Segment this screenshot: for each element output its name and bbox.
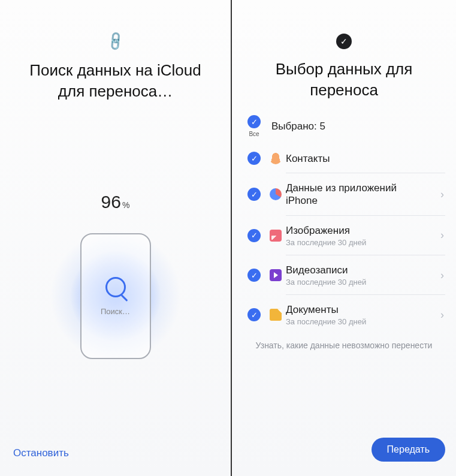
search-status-label: Поиск… bbox=[101, 307, 130, 316]
item-label: Контакты bbox=[286, 152, 434, 165]
search-title: Поиск данных на iCloud для переноса… bbox=[0, 49, 231, 102]
search-screen: 🔗 Поиск данных на iCloud для переноса… 9… bbox=[0, 0, 231, 476]
checkbox-icon[interactable]: ✓ bbox=[247, 269, 261, 282]
item-label: Видеозаписи bbox=[286, 264, 430, 276]
list-item-videos[interactable]: ✓ Видеозаписи За последние 30 дней › bbox=[232, 255, 456, 295]
select-title: Выбор данных для переноса bbox=[232, 49, 456, 101]
header-icon-wrap: 🔗 bbox=[0, 0, 231, 49]
chevron-right-icon: › bbox=[440, 269, 445, 282]
document-icon bbox=[270, 309, 282, 321]
phone-illustration: Поиск… bbox=[0, 218, 231, 374]
bottom-bar: Передать bbox=[232, 428, 456, 476]
stop-button[interactable]: Остановить bbox=[13, 447, 69, 459]
search-icon bbox=[105, 277, 126, 297]
list-item-contacts[interactable]: ✓ Контакты bbox=[232, 143, 456, 173]
chevron-right-icon: › bbox=[440, 188, 445, 201]
progress-value: 96 bbox=[101, 192, 121, 212]
checkbox-icon[interactable]: ✓ bbox=[247, 229, 261, 242]
check-badge-icon: ✓ bbox=[336, 34, 352, 49]
phone-outline: Поиск… bbox=[80, 233, 151, 359]
checkbox-icon[interactable]: ✓ bbox=[247, 188, 261, 201]
checkbox-icon[interactable]: ✓ bbox=[247, 308, 261, 321]
app-data-icon bbox=[270, 188, 282, 200]
item-sublabel: За последние 30 дней bbox=[286, 317, 430, 326]
item-label: Данные из приложений iPhone bbox=[286, 182, 430, 207]
select-all-label: Все bbox=[249, 131, 259, 137]
item-label: Изображения bbox=[286, 224, 430, 237]
item-sublabel: За последние 30 дней bbox=[286, 238, 430, 247]
list-item-images[interactable]: ✓ Изображения За последние 30 дней › bbox=[232, 216, 456, 255]
progress-indicator: 96% bbox=[0, 192, 231, 212]
header-icon-wrap: ✓ bbox=[232, 0, 456, 49]
progress-unit: % bbox=[122, 200, 129, 210]
select-all-row[interactable]: ✓ Все Выбрано: 5 bbox=[232, 101, 456, 141]
chevron-right-icon: › bbox=[440, 309, 445, 321]
item-label: Документы bbox=[286, 303, 430, 316]
list-item-documents[interactable]: ✓ Документы За последние 30 дней › bbox=[232, 295, 456, 335]
checkbox-all-icon[interactable]: ✓ bbox=[247, 115, 261, 128]
video-icon bbox=[270, 269, 282, 281]
image-icon bbox=[270, 230, 282, 242]
select-screen: ✓ Выбор данных для переноса ✓ Все Выбран… bbox=[231, 0, 456, 476]
chevron-right-icon: › bbox=[440, 229, 445, 242]
contact-icon bbox=[270, 152, 282, 164]
transfer-button[interactable]: Передать bbox=[372, 438, 445, 462]
bottom-bar: Остановить bbox=[0, 435, 231, 476]
checkbox-icon[interactable]: ✓ bbox=[247, 152, 261, 165]
list-item-app-data[interactable]: ✓ Данные из приложений iPhone › bbox=[232, 173, 456, 216]
select-all-control[interactable]: ✓ Все bbox=[243, 115, 265, 137]
selected-count: Выбрано: 5 bbox=[271, 120, 325, 132]
item-sublabel: За последние 30 дней bbox=[286, 278, 430, 287]
unsupported-data-link[interactable]: Узнать, какие данные невозможно перенест… bbox=[232, 335, 456, 350]
data-type-list: ✓ Контакты ✓ Данные из приложений iPhone… bbox=[232, 141, 456, 335]
